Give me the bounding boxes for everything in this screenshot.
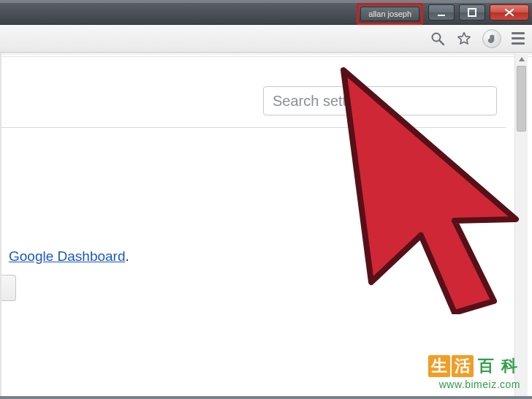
vertical-scrollbar: [514, 53, 528, 396]
watermark-url: www.bimeiz.com: [428, 379, 520, 390]
dashboard-trailing-period: .: [126, 248, 129, 264]
dashboard-sentence: Google Dashboard.: [9, 248, 129, 265]
cut-off-button-fragment[interactable]: [1, 275, 16, 301]
browser-toolbar: [0, 25, 532, 53]
watermark-char-3: 百: [475, 355, 497, 377]
svg-rect-1: [468, 9, 476, 16]
section-divider: [0, 127, 506, 128]
google-dashboard-link[interactable]: Google Dashboard: [9, 248, 126, 264]
scroll-up-button[interactable]: [515, 53, 528, 66]
maximize-button[interactable]: [459, 4, 485, 20]
search-settings-input[interactable]: [263, 86, 497, 115]
profile-switcher-chip[interactable]: allan joseph: [360, 7, 419, 21]
search-settings-field-wrap: [263, 86, 497, 115]
watermark: 生 活 百 科 www.bimeiz.com: [428, 355, 520, 390]
profile-name-label: allan joseph: [368, 10, 411, 18]
hamburger-menu-icon[interactable]: [512, 32, 525, 45]
window-titlebar: allan joseph: [0, 3, 532, 25]
zoom-icon[interactable]: [430, 31, 446, 47]
scroll-thumb[interactable]: [517, 66, 526, 132]
page-left-bevel: [0, 53, 1, 396]
watermark-char-1: 生: [428, 355, 450, 377]
settings-page: Google Dashboard. 生 活 百 科 www.bimeiz.com: [0, 53, 532, 396]
window-frame: allan joseph: [0, 0, 532, 399]
watermark-char-2: 活: [452, 355, 474, 377]
svg-rect-0: [438, 15, 445, 16]
svg-line-3: [440, 40, 444, 45]
page-top-bevel: [0, 53, 532, 57]
close-button[interactable]: [490, 4, 529, 20]
watermark-title: 生 活 百 科: [428, 355, 520, 377]
bookmark-star-icon[interactable]: [456, 31, 472, 47]
minimize-button[interactable]: [428, 4, 455, 20]
adblock-hand-icon[interactable]: [482, 29, 501, 48]
